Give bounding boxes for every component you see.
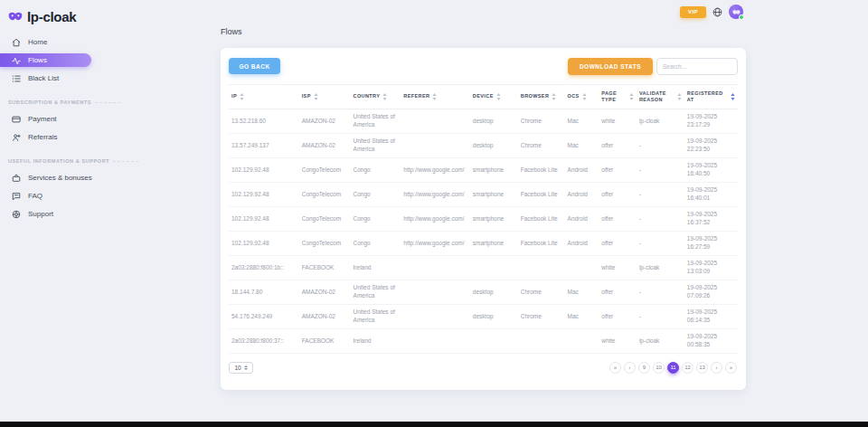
table-body: 13.52.218.60AMAZON-02United States of Am… — [229, 109, 738, 354]
sort-icon — [432, 93, 437, 100]
cell-device: desktop — [470, 305, 518, 329]
column-header-isp[interactable]: ISP — [299, 85, 351, 109]
cell-page_type: offer — [599, 183, 637, 207]
table-row: 102.129.92.48CongoTelecomCongohttp://www… — [229, 183, 738, 207]
cell-ip: 102.129.92.48 — [229, 183, 299, 207]
cell-ocs: Android — [565, 232, 599, 256]
cell-ocs — [565, 329, 599, 354]
search-input[interactable] — [656, 58, 738, 75]
page-size-value: 10 — [234, 365, 241, 371]
column-header-validate_reason[interactable]: VALIDATE REASON — [637, 85, 684, 109]
sidebar-item-support[interactable]: Support — [0, 207, 210, 221]
cell-device: smartphone — [470, 207, 518, 232]
cell-registered_at: 19-09-202516:40:50 — [684, 158, 738, 183]
cell-isp: CongoTelecom — [299, 232, 351, 256]
toolbar: GO BACK DOWNLOAD STATS — [229, 56, 738, 76]
sidebar-item-label: FAQ — [28, 192, 42, 200]
sidebar-item-payment[interactable]: Payment — [0, 112, 210, 126]
first-page-button[interactable]: « — [609, 362, 621, 374]
sort-icon — [240, 93, 244, 100]
table-footer: 10 «‹910111213›» — [229, 356, 738, 379]
home-icon — [12, 38, 21, 47]
sidebar-item-label: Payment — [28, 115, 57, 123]
cell-isp: FACEBOOK — [299, 329, 351, 354]
cell-ip: 2a03:2880:f800:37:: — [229, 329, 299, 354]
sidebar-item-flows[interactable]: Flows — [0, 53, 91, 67]
page-9-button[interactable]: 9 — [638, 362, 650, 374]
last-page-button[interactable]: » — [725, 362, 737, 374]
page-11-button[interactable]: 11 — [667, 362, 679, 374]
cell-browser: Chrome — [518, 305, 565, 329]
table-header-row: IPISPCOUNTRYREFERERDEVICEBROWSEROCSPAGE … — [229, 85, 738, 109]
column-header-device[interactable]: DEVICE — [470, 85, 518, 109]
cell-country: Congo — [351, 183, 401, 207]
main-content: Flows GO BACK DOWNLOAD STATS IPISPCOUNTR… — [221, 0, 746, 390]
cell-page_type: white — [599, 329, 637, 354]
blacklist-icon — [12, 74, 21, 83]
cell-registered_at: 19-09-202500:58:35 — [684, 329, 738, 354]
cell-browser: Facebook Lite — [518, 232, 565, 256]
cell-country: Congo — [351, 207, 401, 232]
cell-browser: Facebook Lite — [518, 183, 565, 207]
cell-validate_reason: - — [637, 158, 684, 183]
go-back-button[interactable]: GO BACK — [229, 58, 280, 74]
download-stats-button[interactable]: DOWNLOAD STATS — [568, 58, 653, 75]
column-header-browser[interactable]: BROWSER — [518, 85, 565, 109]
table-row: 54.176.249.249AMAZON-02United States of … — [229, 305, 738, 329]
cell-referer — [401, 305, 470, 329]
sort-icon — [629, 93, 634, 100]
cell-ip: 102.129.92.48 — [229, 232, 299, 256]
cell-referer — [401, 134, 470, 158]
cell-device — [470, 256, 518, 280]
cell-referer: http://www.google.com/ — [401, 183, 470, 207]
cell-country: Congo — [351, 232, 401, 256]
cell-country: United States of America — [351, 280, 401, 305]
page-12-button[interactable]: 12 — [682, 362, 693, 374]
payment-icon — [12, 115, 21, 124]
brand-logo[interactable]: lp-cloak — [0, 6, 210, 26]
cell-referer — [401, 256, 470, 280]
prev-page-button[interactable]: ‹ — [624, 362, 636, 374]
sidebar-item-black-list[interactable]: Black List — [0, 71, 210, 85]
cell-country: United States of America — [351, 134, 401, 158]
cell-device: desktop — [470, 134, 518, 158]
cell-device: smartphone — [470, 232, 518, 256]
column-header-ip[interactable]: IP — [229, 85, 299, 109]
column-header-registered_at[interactable]: REGISTERED AT — [684, 85, 738, 109]
sidebar: lp-cloak Home Flows Black List SUBSCRIPT… — [0, 0, 210, 422]
table-row: 13.57.249.137AMAZON-02United States of A… — [229, 134, 738, 158]
cell-page_type: offer — [599, 232, 637, 256]
cell-referer: http://www.google.com/ — [401, 232, 470, 256]
page-10-button[interactable]: 10 — [653, 362, 665, 374]
sidebar-item-home[interactable]: Home — [0, 35, 210, 49]
sidebar-item-services[interactable]: Services & bonuses — [0, 171, 210, 185]
cell-page_type: offer — [599, 280, 637, 305]
cell-referer: http://www.google.com/ — [401, 207, 470, 232]
cell-page_type: white — [599, 109, 637, 134]
cell-validate_reason: - — [637, 207, 684, 232]
cell-validate_reason: lp-cloak — [637, 329, 684, 354]
cell-registered_at: 19-09-202516:40:01 — [684, 183, 738, 207]
column-header-country[interactable]: COUNTRY — [351, 85, 401, 109]
column-header-referer[interactable]: REFERER — [401, 85, 470, 109]
sort-icon — [552, 93, 556, 100]
cell-registered_at: 19-09-202507:09:26 — [684, 280, 738, 305]
cell-device: smartphone — [470, 183, 518, 207]
sidebar-item-label: Home — [28, 38, 47, 46]
next-page-button[interactable]: › — [711, 362, 722, 374]
sidebar-item-referrals[interactable]: Referrals — [0, 130, 210, 144]
cell-ocs: Android — [565, 183, 599, 207]
sidebar-item-faq[interactable]: FAQ — [0, 189, 210, 203]
page-size-select[interactable]: 10 — [229, 362, 253, 374]
table-row: 102.129.92.48CongoTelecomCongohttp://www… — [229, 232, 738, 256]
column-header-page_type[interactable]: PAGE TYPE — [599, 85, 637, 109]
column-header-ocs[interactable]: OCS — [565, 85, 599, 109]
cell-ocs: Android — [565, 207, 599, 232]
cell-country: Ireland — [351, 256, 401, 280]
sidebar-item-label: Flows — [28, 56, 47, 64]
cell-validate_reason: lp-cloak — [637, 256, 684, 280]
sidebar-item-label: Services & bonuses — [28, 174, 92, 182]
page-13-button[interactable]: 13 — [696, 362, 708, 374]
cell-browser: Chrome — [518, 134, 565, 158]
cell-ocs: Mac — [565, 134, 599, 158]
